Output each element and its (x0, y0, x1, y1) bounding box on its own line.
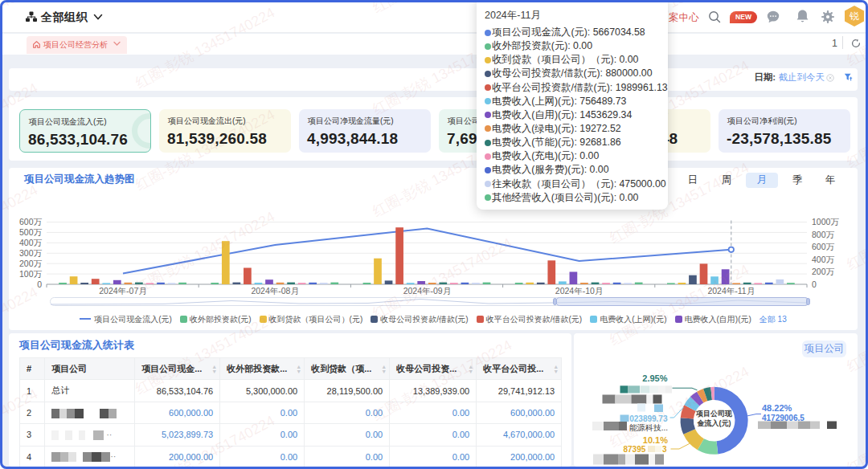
svg-text:项目公司现: 项目公司现 (695, 410, 732, 418)
svg-text:2.95%: 2.95% (642, 373, 667, 383)
svg-text:2024年-09月: 2024年-09月 (403, 286, 452, 296)
svg-text:200万: 200万 (812, 267, 835, 276)
svg-text:2024年-08月: 2024年-08月 (251, 286, 299, 296)
svg-text:400万: 400万 (812, 254, 835, 263)
svg-text:41729006.5: 41729006.5 (762, 414, 805, 422)
svg-text:2024年-11月: 2024年-11月 (707, 286, 755, 296)
svg-text:200万: 200万 (19, 258, 43, 267)
svg-text:0: 0 (812, 279, 817, 288)
svg-text:3: 3 (662, 445, 667, 454)
svg-text:2024年-10月: 2024年-10月 (555, 286, 604, 296)
svg-text:600万: 600万 (19, 217, 43, 226)
svg-text:100万: 100万 (19, 268, 43, 278)
svg-text:023899.73: 023899.73 (629, 414, 668, 423)
svg-text:87395: 87395 (624, 445, 646, 454)
svg-text:600万: 600万 (812, 242, 835, 251)
svg-text:800万: 800万 (812, 229, 835, 239)
svg-text:500万: 500万 (19, 226, 43, 236)
svg-text:2024年-07月: 2024年-07月 (99, 286, 147, 296)
svg-text:0: 0 (37, 279, 42, 288)
svg-text:1000万: 1000万 (812, 217, 839, 226)
svg-text:400万: 400万 (19, 237, 43, 247)
svg-text:金流入(元): 金流入(元) (697, 419, 731, 427)
svg-text:300万: 300万 (19, 247, 43, 257)
svg-text:48.22%: 48.22% (762, 403, 792, 413)
svg-text:能源科技...: 能源科技... (629, 423, 668, 432)
svg-text:10.1%: 10.1% (643, 435, 668, 445)
